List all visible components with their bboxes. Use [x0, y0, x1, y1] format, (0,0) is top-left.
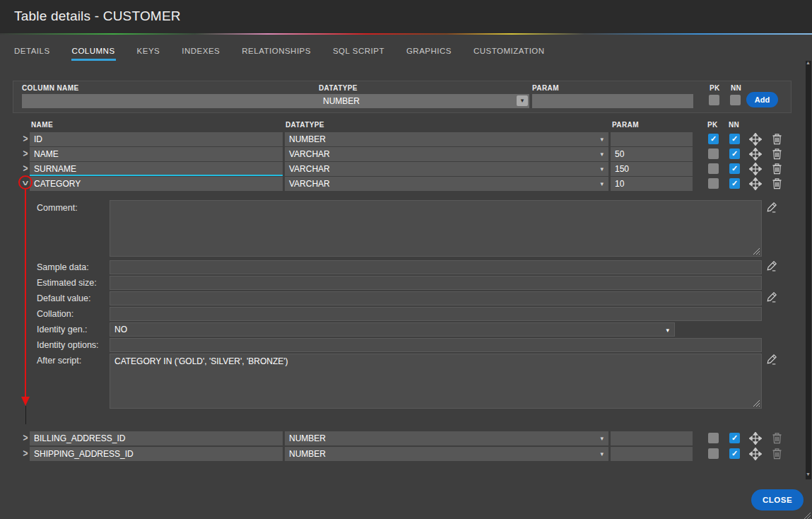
- tab-graphics[interactable]: GRAPHICS: [406, 42, 452, 59]
- move-row-icon[interactable]: [749, 133, 762, 148]
- delete-row-icon[interactable]: [772, 432, 782, 447]
- add-column-form: COLUMN NAME DATATYPE NUMBER ▾ PARAM PK ✓…: [13, 81, 792, 113]
- list-header-pk: PK: [707, 121, 718, 129]
- column-name-input[interactable]: NAME: [30, 147, 283, 161]
- expand-chevron-icon[interactable]: >: [21, 132, 30, 145]
- dropdown-arrow-icon[interactable]: ▾: [517, 95, 528, 106]
- after-script-value: CATEGORY IN ('GOLD', 'SILVER', 'BRONZE'): [114, 356, 288, 366]
- check-icon: ✓: [731, 134, 738, 143]
- edit-comment-icon[interactable]: [766, 202, 777, 216]
- identity-options-input[interactable]: [110, 338, 762, 352]
- datatype-select[interactable]: NUMBER▾: [285, 431, 608, 445]
- collation-input[interactable]: [110, 307, 762, 321]
- pk-checkbox[interactable]: ✓: [708, 163, 719, 174]
- nn-checkbox[interactable]: ✓: [729, 178, 740, 189]
- param-input[interactable]: [611, 132, 693, 146]
- dropdown-arrow-icon[interactable]: ▾: [600, 177, 604, 191]
- scroll-down-icon[interactable]: ▼: [804, 472, 812, 477]
- param-input[interactable]: [611, 431, 693, 445]
- delete-row-icon[interactable]: [772, 133, 782, 148]
- expand-chevron-icon[interactable]: >: [21, 447, 30, 460]
- dialog-title: Table details - CUSTOMER: [0, 0, 812, 24]
- column-name-input[interactable]: [22, 94, 329, 108]
- datatype-select[interactable]: VARCHAR▾: [285, 147, 608, 161]
- nn-checkbox[interactable]: ✓: [729, 448, 740, 459]
- column-name-input[interactable]: SURNAME: [30, 162, 283, 176]
- param-value: 50: [615, 149, 624, 159]
- vertical-scrollbar[interactable]: [806, 61, 811, 479]
- datatype-select[interactable]: NUMBER ▾: [319, 94, 529, 108]
- default-value-input[interactable]: [110, 291, 762, 305]
- param-input[interactable]: 50: [611, 147, 693, 161]
- pk-checkbox[interactable]: ✓: [708, 148, 719, 159]
- nn-checkbox[interactable]: ✓: [730, 95, 741, 105]
- dropdown-arrow-icon[interactable]: ▾: [600, 447, 604, 461]
- add-button[interactable]: Add: [746, 92, 778, 107]
- delete-row-icon[interactable]: [772, 163, 782, 177]
- estimated-size-label: Estimated size:: [37, 278, 97, 288]
- param-input[interactable]: [532, 94, 693, 108]
- tab-sql-script[interactable]: SQL SCRIPT: [332, 42, 385, 59]
- param-input[interactable]: 10: [611, 177, 693, 191]
- close-button[interactable]: CLOSE: [751, 489, 804, 511]
- edit-sample-data-icon[interactable]: [766, 260, 777, 274]
- column-name-input[interactable]: ID: [30, 132, 283, 146]
- datatype-select[interactable]: VARCHAR▾: [285, 162, 608, 176]
- expand-chevron-icon[interactable]: >: [21, 162, 30, 175]
- expand-chevron-icon[interactable]: >: [21, 147, 30, 160]
- after-script-textarea[interactable]: CATEGORY IN ('GOLD', 'SILVER', 'BRONZE'): [110, 354, 762, 409]
- tab-columns[interactable]: COLUMNS: [71, 42, 116, 59]
- nn-checkbox[interactable]: ✓: [729, 433, 740, 443]
- dropdown-arrow-icon[interactable]: ▾: [666, 323, 669, 337]
- dropdown-arrow-icon[interactable]: ▾: [600, 132, 604, 146]
- datatype-select[interactable]: VARCHAR▾: [285, 177, 608, 191]
- dropdown-arrow-icon[interactable]: ▾: [600, 147, 604, 161]
- table-row-shipping-address-id: > SHIPPING_ADDRESS_ID NUMBER▾ ✓ ✓: [0, 447, 812, 461]
- pk-checkbox[interactable]: ✓: [708, 134, 719, 144]
- move-row-icon[interactable]: [749, 148, 762, 163]
- tab-relationships[interactable]: RELATIONSHIPS: [241, 42, 312, 59]
- sample-data-input[interactable]: [110, 260, 762, 274]
- delete-row-icon[interactable]: [772, 177, 782, 192]
- resize-grip-icon[interactable]: [753, 247, 760, 255]
- dialog-resize-grip-icon[interactable]: [803, 510, 811, 519]
- delete-row-icon[interactable]: [772, 448, 782, 462]
- identity-gen-select[interactable]: NO▾: [110, 322, 675, 337]
- datatype-select[interactable]: NUMBER▾: [285, 447, 608, 461]
- dropdown-arrow-icon[interactable]: ▾: [600, 431, 604, 445]
- nn-checkbox[interactable]: ✓: [729, 134, 740, 144]
- comment-textarea[interactable]: [110, 200, 762, 257]
- table-details-dialog: Table details - CUSTOMER DETAILS COLUMNS…: [0, 0, 812, 519]
- pk-checkbox[interactable]: ✓: [709, 95, 719, 105]
- scroll-up-icon[interactable]: ▲: [804, 60, 812, 65]
- tab-keys[interactable]: KEYS: [136, 42, 161, 59]
- edit-after-script-icon[interactable]: [766, 354, 777, 368]
- move-row-icon[interactable]: [749, 163, 762, 178]
- column-name-input[interactable]: CATEGORY: [30, 177, 283, 191]
- pk-checkbox[interactable]: ✓: [708, 178, 719, 189]
- move-row-icon[interactable]: [749, 448, 762, 463]
- estimated-size-input[interactable]: [110, 276, 762, 290]
- move-row-icon[interactable]: [749, 177, 762, 193]
- datatype-select[interactable]: NUMBER▾: [285, 132, 608, 146]
- expand-chevron-icon[interactable]: >: [21, 431, 30, 444]
- identity-options-label: Identity options:: [37, 340, 99, 350]
- pk-checkbox[interactable]: ✓: [708, 448, 719, 459]
- move-row-icon[interactable]: [749, 432, 762, 448]
- dropdown-arrow-icon[interactable]: ▾: [600, 162, 604, 176]
- delete-row-icon[interactable]: [772, 148, 782, 163]
- nn-checkbox[interactable]: ✓: [729, 163, 740, 174]
- check-icon: ✓: [731, 179, 738, 187]
- resize-grip-icon[interactable]: [753, 400, 760, 407]
- tab-customization[interactable]: CUSTOMIZATION: [473, 42, 546, 59]
- param-input[interactable]: [611, 447, 693, 461]
- edit-default-value-icon[interactable]: [766, 291, 777, 305]
- nn-checkbox[interactable]: ✓: [729, 148, 740, 159]
- column-name-value: SHIPPING_ADDRESS_ID: [34, 449, 134, 459]
- tab-indexes[interactable]: INDEXES: [181, 42, 220, 59]
- param-input[interactable]: 150: [611, 162, 693, 176]
- column-name-input[interactable]: BILLING_ADDRESS_ID: [30, 431, 283, 445]
- pk-checkbox[interactable]: ✓: [708, 433, 719, 443]
- column-name-input[interactable]: SHIPPING_ADDRESS_ID: [30, 447, 283, 461]
- tab-details[interactable]: DETAILS: [13, 42, 51, 59]
